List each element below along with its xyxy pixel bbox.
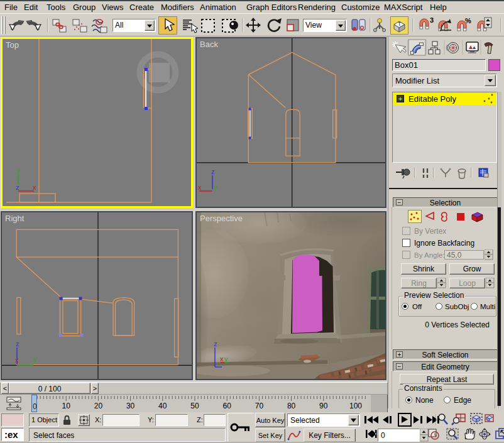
svg-text:%: % <box>465 17 471 25</box>
svg-text:z: z <box>211 168 215 175</box>
svg-text:z: z <box>16 340 19 347</box>
svg-text:70: 70 <box>255 402 264 410</box>
svg-text:30: 30 <box>126 402 135 410</box>
svg-text:40: 40 <box>158 402 167 410</box>
svg-text:y: y <box>33 355 37 363</box>
svg-text:60: 60 <box>223 402 232 410</box>
svg-text:3: 3 <box>430 16 434 24</box>
svg-text:90: 90 <box>319 402 328 410</box>
svg-text:T: T <box>398 21 402 27</box>
svg-text:50: 50 <box>190 402 199 410</box>
svg-text:x: x <box>220 355 224 363</box>
svg-text:100: 100 <box>349 402 362 410</box>
svg-text:y: y <box>214 183 217 191</box>
svg-text:z: z <box>16 183 19 191</box>
svg-text:y: y <box>224 355 228 363</box>
svg-text:y: y <box>16 167 20 174</box>
svg-text:10: 10 <box>62 402 71 410</box>
svg-text:80: 80 <box>287 402 296 410</box>
svg-text:z: z <box>214 340 217 347</box>
svg-text:20: 20 <box>94 402 103 410</box>
svg-text:x: x <box>198 183 202 191</box>
svg-text:x: x <box>15 356 19 364</box>
svg-text:x: x <box>33 183 36 191</box>
